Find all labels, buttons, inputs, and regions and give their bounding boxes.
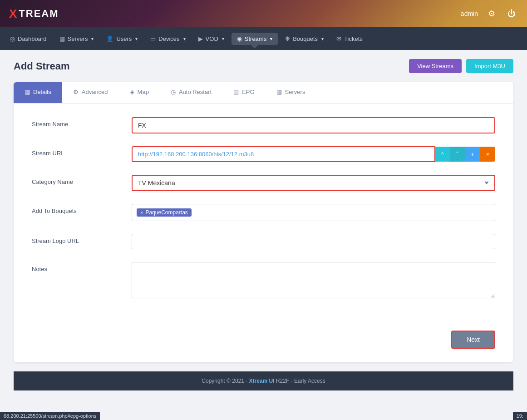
stream-url-input[interactable] <box>132 146 435 162</box>
logo-x: X <box>9 7 18 21</box>
chevron-down-icon: ▾ <box>222 36 224 41</box>
footer-text: Copyright © 2021 - <box>202 378 249 384</box>
chevron-down-icon: ▾ <box>183 36 186 41</box>
bouquets-label: Add To Bouquets <box>32 204 132 214</box>
nav-item-streams[interactable]: ◉ Streams ▾ <box>231 33 278 45</box>
header-right: admin ⚙ ⏻ <box>461 7 518 20</box>
nav-label-users: Users <box>116 35 132 42</box>
stream-name-input[interactable] <box>132 117 495 133</box>
nav-label-dashboard: Dashboard <box>18 35 47 42</box>
url-add-button[interactable]: + <box>465 147 480 162</box>
stream-url-row: Stream URL ^ ˅ + × <box>32 146 495 162</box>
tab-advanced-label: Advanced <box>82 89 108 95</box>
logo: X TREAM <box>9 7 59 21</box>
auto-restart-tab-icon: ◷ <box>171 89 176 95</box>
chevron-down-icon: ▾ <box>321 36 324 41</box>
url-down-button[interactable]: ˅ <box>450 147 465 162</box>
next-button[interactable]: Next <box>451 331 495 349</box>
nav-item-vod[interactable]: ▶ VOD ▾ <box>193 33 230 45</box>
gear-icon[interactable]: ⚙ <box>485 7 498 20</box>
nav-item-devices[interactable]: ▭ Devices ▾ <box>145 33 191 45</box>
admin-name: admin <box>461 10 478 17</box>
epg-tab-icon: ▤ <box>233 89 239 95</box>
nav-item-servers[interactable]: ▦ Servers ▾ <box>54 33 99 45</box>
footer-brand: Xtream UI <box>249 378 275 384</box>
notes-label: Notes <box>32 262 132 272</box>
stream-name-control <box>132 117 495 133</box>
logo-url-input[interactable] <box>132 234 495 249</box>
bouquet-tag: × PaqueCompartas <box>137 208 192 217</box>
users-icon: 👤 <box>106 35 113 42</box>
nav-item-users[interactable]: 👤 Users ▾ <box>101 33 143 45</box>
tab-epg[interactable]: ▤ EPG <box>222 82 265 103</box>
logo-url-label: Stream Logo URL <box>32 234 132 244</box>
chevron-down-icon: ▾ <box>135 36 138 41</box>
details-tab-icon: ▦ <box>25 89 30 95</box>
dashboard-icon: ◎ <box>10 35 15 42</box>
bouquet-input-wrap[interactable]: × PaqueCompartas <box>132 204 495 221</box>
bouquets-row: Add To Bouquets × PaqueCompartas <box>32 204 495 221</box>
nav-label-tickets: Tickets <box>344 35 363 42</box>
category-select[interactable]: TV Mexicana Sports Movies News Kids <box>132 175 495 191</box>
main-card: ▦ Details ⚙ Advanced ◈ Map ◷ Auto Restar… <box>14 82 513 362</box>
notes-control <box>132 262 495 300</box>
stream-name-label: Stream Name <box>32 117 132 128</box>
chevron-down-icon: ▾ <box>270 36 272 41</box>
footer: Copyright © 2021 - Xtream UI R22F - Earl… <box>14 371 513 390</box>
footer-text2: R22F - Early Access <box>276 378 325 384</box>
notes-textarea[interactable] <box>132 262 495 298</box>
page-header-actions: View Streams Import M3U <box>409 59 513 73</box>
nav-item-bouquets[interactable]: ❋ Bouquets ▾ <box>280 33 329 45</box>
category-name-label: Category Name <box>32 175 132 185</box>
url-remove-button[interactable]: × <box>480 147 495 162</box>
logo-url-row: Stream Logo URL <box>32 234 495 249</box>
tab-details[interactable]: ▦ Details <box>14 82 62 103</box>
tab-advanced[interactable]: ⚙ Advanced <box>62 82 119 103</box>
view-streams-button[interactable]: View Streams <box>409 59 462 73</box>
category-name-control: TV Mexicana Sports Movies News Kids <box>132 175 495 191</box>
category-name-row: Category Name TV Mexicana Sports Movies … <box>32 175 495 191</box>
advanced-tab-icon: ⚙ <box>73 89 79 95</box>
bouquet-tag-x[interactable]: × <box>140 210 143 215</box>
nav-label-streams: Streams <box>245 35 266 42</box>
page-header: Add Stream View Streams Import M3U <box>14 59 513 73</box>
stream-name-row: Stream Name <box>32 117 495 133</box>
stream-url-label: Stream URL <box>32 146 132 157</box>
bouquets-control: × PaqueCompartas <box>132 204 495 221</box>
devices-icon: ▭ <box>150 35 156 42</box>
page-content: Add Stream View Streams Import M3U ▦ Det… <box>0 50 527 400</box>
tickets-icon: ✉ <box>336 35 341 42</box>
nav-item-tickets[interactable]: ✉ Tickets <box>331 33 368 45</box>
import-m3u-button[interactable]: Import M3U <box>466 59 513 73</box>
bouquets-icon: ❋ <box>285 35 290 42</box>
tab-map[interactable]: ◈ Map <box>119 82 160 103</box>
nav-label-servers: Servers <box>68 35 88 42</box>
vod-icon: ▶ <box>198 35 203 42</box>
power-icon[interactable]: ⏻ <box>505 7 518 20</box>
nav-item-dashboard[interactable]: ◎ Dashboard <box>5 33 52 45</box>
tab-servers[interactable]: ▦ Servers <box>266 82 316 103</box>
servers-tab-icon: ▦ <box>276 89 282 95</box>
bouquet-tag-label: PaqueCompartas <box>145 209 187 216</box>
servers-icon: ▦ <box>59 35 65 42</box>
tab-auto-restart[interactable]: ◷ Auto Restart <box>160 82 222 103</box>
tab-auto-restart-label: Auto Restart <box>179 89 212 95</box>
tab-epg-label: EPG <box>242 89 254 95</box>
page-title: Add Stream <box>14 60 69 72</box>
streams-icon: ◉ <box>237 35 242 42</box>
logo-url-control <box>132 234 495 249</box>
tab-bar: ▦ Details ⚙ Advanced ◈ Map ◷ Auto Restar… <box>14 82 513 104</box>
notes-row: Notes <box>32 262 495 300</box>
dropdown-indicator <box>251 45 258 49</box>
form-footer: Next <box>14 326 513 362</box>
navbar: ◎ Dashboard ▦ Servers ▾ 👤 Users ▾ ▭ Devi… <box>0 27 527 50</box>
header: X TREAM admin ⚙ ⏻ <box>0 0 527 27</box>
nav-label-vod: VOD <box>206 35 218 42</box>
tab-details-label: Details <box>33 89 51 95</box>
url-up-button[interactable]: ^ <box>435 147 450 162</box>
map-tab-icon: ◈ <box>130 89 134 95</box>
statusbar-time: 19: <box>513 412 527 420</box>
tab-map-label: Map <box>138 89 149 95</box>
stream-url-input-group: ^ ˅ + × <box>132 146 495 162</box>
chevron-down-icon: ▾ <box>91 36 94 41</box>
